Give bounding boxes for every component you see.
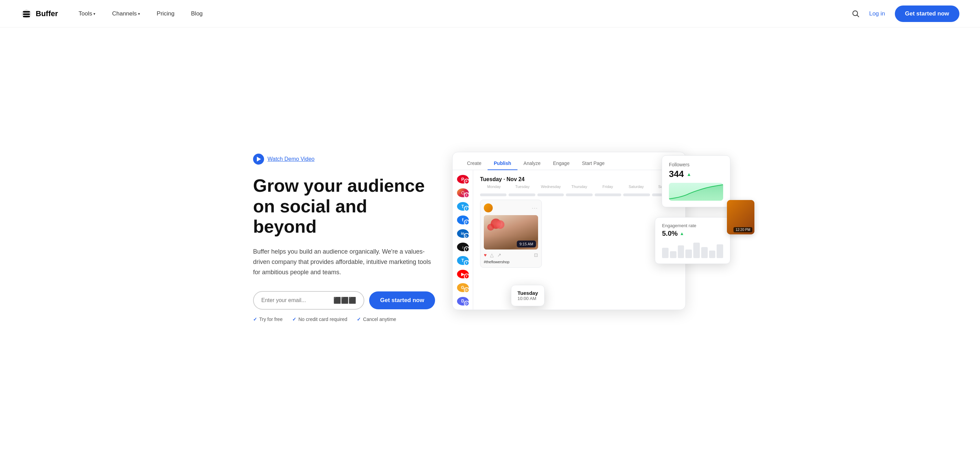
email-input[interactable] [261, 297, 330, 303]
svg-rect-0 [23, 11, 30, 12]
trust-item-1: ✓ Try for free [253, 316, 283, 322]
cal-bar-4 [566, 193, 592, 196]
logo-link[interactable]: Buffer [21, 8, 58, 19]
linkedin-badge: L [464, 233, 469, 238]
comment-icon[interactable]: △ [490, 252, 494, 258]
facebook-badge: F [464, 220, 469, 225]
sidebar-account-linkedin[interactable]: in L [457, 229, 469, 238]
tools-chevron-icon: ▾ [94, 12, 95, 16]
mockup-calendar-content: Tuesday · Nov 24 Monday Tuesday Wednesda… [473, 170, 686, 310]
sidebar-account-tiktok[interactable]: ♪ T [457, 243, 469, 251]
check-icon-3: ✓ [357, 316, 361, 322]
svg-rect-1 [23, 13, 30, 15]
post-card-avatar [484, 203, 493, 212]
e-bar-2 [670, 251, 676, 258]
cal-bar-3 [538, 193, 564, 196]
sidebar-account-instagram[interactable]: ⬡ I [457, 188, 469, 197]
sidebar-account-twitter2[interactable]: T T [457, 256, 469, 265]
channels-chevron-icon: ▾ [138, 12, 140, 16]
engagement-label: Engagement rate [662, 223, 723, 228]
mockup-window: Create Publish Analyze Engage Start Page… [452, 152, 686, 310]
day-thursday: Thursday [566, 185, 593, 189]
demo-video-link[interactable]: Watch Demo Video [253, 153, 315, 164]
post-card-menu-icon[interactable]: ··· [532, 205, 538, 211]
sidebar-account-youtube[interactable]: ▶ Y [457, 270, 469, 278]
nav-pricing[interactable]: Pricing [157, 10, 175, 17]
schedule-time: 10:00 AM [517, 296, 538, 301]
e-bar-4 [686, 249, 692, 258]
followers-count: 344 ▲ [669, 169, 723, 179]
check-icon-2: ✓ [292, 316, 296, 322]
search-button[interactable] [852, 10, 859, 18]
hero-section: Watch Demo Video Grow your audience on s… [232, 27, 748, 455]
cal-bar-5 [595, 193, 621, 196]
tab-publish[interactable]: Publish [488, 157, 517, 170]
svg-line-4 [857, 15, 859, 17]
login-link[interactable]: Log in [869, 10, 885, 17]
hero-cta-button[interactable]: Get started now [369, 291, 435, 309]
youtube-badge: Y [464, 273, 469, 279]
post-card-header: ··· [484, 203, 538, 212]
post-actions: ♥ △ ↗ ⊡ [484, 252, 538, 258]
email-input-wrap: ⬛⬛⬛ [253, 291, 364, 310]
hero-title: Grow your audience on social and beyond [253, 176, 432, 237]
followers-card: Followers 344 ▲ [662, 155, 730, 207]
nav-cta-button[interactable]: Get started now [895, 5, 959, 22]
tab-create[interactable]: Create [461, 157, 488, 170]
nav-tools[interactable]: Tools ▾ [79, 10, 96, 17]
sidebar-account-discord[interactable]: D D [457, 297, 469, 305]
logo-text: Buffer [36, 9, 58, 18]
day-tuesday: Tuesday [509, 185, 536, 189]
play-icon [253, 153, 264, 164]
trust-item-2: ✓ No credit card required [292, 316, 347, 322]
engagement-card: Engagement rate 5.0% ▲ [655, 217, 730, 264]
sidebar-account-pinterest[interactable]: P P [457, 175, 469, 184]
hero-left: Watch Demo Video Grow your audience on s… [253, 153, 432, 322]
post-card: ··· 9:15 AM ♥ △ [480, 200, 542, 268]
twitter2-badge: T [464, 260, 469, 266]
search-icon [852, 10, 859, 18]
nav-blog[interactable]: Blog [191, 10, 203, 17]
email-row: ⬛⬛⬛ Get started now [253, 291, 432, 310]
sidebar-account-facebook[interactable]: f F [457, 216, 469, 224]
day-wednesday: Wednesday [537, 185, 565, 189]
post-tag: #theflowershop [484, 260, 538, 264]
bookmark-icon[interactable]: ⊡ [534, 252, 538, 258]
day-saturday: Saturday [622, 185, 650, 189]
nav-channels[interactable]: Channels ▾ [112, 10, 140, 17]
twitter-badge: T [464, 206, 469, 211]
heart-icon[interactable]: ♥ [484, 252, 487, 258]
calendar-bars [480, 193, 679, 196]
sidebar-account-google[interactable]: G G [457, 283, 469, 292]
hero-right: Create Publish Analyze Engage Start Page… [452, 145, 727, 330]
cal-bar-6 [623, 193, 650, 196]
e-bar-1 [662, 248, 668, 258]
discord-badge: D [464, 301, 469, 306]
nav-right: Log in Get started now [852, 5, 959, 22]
instagram-badge: I [464, 192, 469, 198]
share-icon[interactable]: ↗ [497, 252, 501, 258]
day-friday: Friday [594, 185, 622, 189]
nav-links: Tools ▾ Channels ▾ Pricing Blog [79, 10, 852, 17]
tab-engage[interactable]: Engage [547, 157, 576, 170]
sidebar-account-twitter[interactable]: T T [457, 202, 469, 211]
side-time-badge: 12:20 PM [733, 227, 752, 232]
engagement-up-arrow-icon: ▲ [680, 231, 684, 236]
email-dots-icon: ⬛⬛⬛ [333, 297, 356, 304]
schedule-popup: Tuesday 10:00 AM [511, 285, 545, 306]
mockup-sidebar: P P ⬡ I T T f F [453, 170, 473, 310]
week-days-row: Monday Tuesday Wednesday Thursday Friday… [480, 185, 679, 189]
engagement-bars [662, 241, 723, 258]
day-monday: Monday [480, 185, 508, 189]
pinterest-badge: P [464, 179, 469, 184]
post-time-badge: 9:15 AM [517, 241, 536, 247]
date-header: Tuesday · Nov 24 [480, 176, 679, 182]
tab-start-page[interactable]: Start Page [576, 157, 611, 170]
tab-analyze[interactable]: Analyze [517, 157, 547, 170]
cal-bar-1 [480, 193, 506, 196]
hero-description: Buffer helps you build an audience organ… [253, 247, 432, 277]
buffer-logo-icon [21, 8, 32, 19]
followers-chart-svg [669, 183, 723, 201]
mockup-topbar: Create Publish Analyze Engage Start Page [453, 152, 686, 170]
tiktok-badge: T [464, 246, 469, 252]
